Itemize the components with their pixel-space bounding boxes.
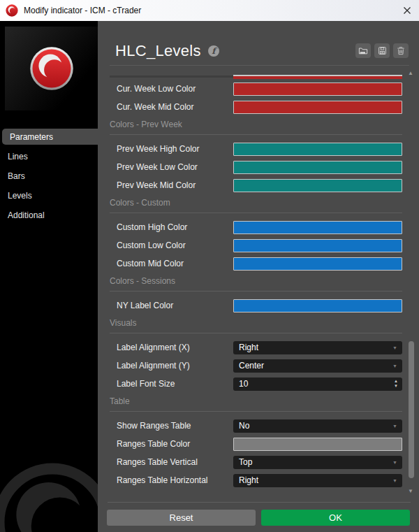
main-panel: HLC_Levels f <box>98 21 419 532</box>
ok-button[interactable]: OK <box>261 510 410 526</box>
reset-button[interactable]: Reset <box>107 510 256 526</box>
dropdown-value: Right <box>239 475 258 485</box>
section-title: Colors - Sessions <box>110 276 402 286</box>
section-visuals: Visuals <box>110 315 402 338</box>
param-label: Prev Week High Color <box>110 144 200 154</box>
label-alignment-y-dropdown[interactable]: Center ▼ <box>233 359 402 373</box>
param-label: Ranges Table Horizontal <box>110 475 208 485</box>
color-swatch[interactable] <box>233 239 402 252</box>
sidebar: Parameters Lines Bars Levels Additional <box>0 21 98 532</box>
section-colors-prev-week: Colors - Prev Week <box>110 116 402 140</box>
param-label: Prev Week Mid Color <box>110 180 196 190</box>
sidebar-item-additional[interactable]: Additional <box>0 207 98 223</box>
chevron-down-icon: ▼ <box>392 345 397 350</box>
dropdown-value: No <box>239 421 249 431</box>
param-row: Custom High Color <box>110 218 402 236</box>
color-swatch[interactable] <box>233 161 402 174</box>
color-swatch[interactable] <box>233 438 402 451</box>
sidebar-item-label: Bars <box>8 171 25 181</box>
sidebar-item-label: Additional <box>8 210 45 220</box>
footer: Reset OK <box>98 503 419 532</box>
stepper-up-icon[interactable]: ▲ <box>394 379 398 384</box>
section-divider <box>110 291 402 292</box>
param-row: Cur. Week Low Color <box>110 80 402 98</box>
ranges-table-horizontal-dropdown[interactable]: Right ▼ <box>233 474 402 487</box>
param-row: Custom Mid Color <box>110 254 402 273</box>
scroll-up-icon[interactable]: ▲ <box>408 70 413 76</box>
param-row: Label Font Size 10 ▲ ▼ <box>110 375 402 393</box>
label-alignment-x-dropdown[interactable]: Right ▼ <box>233 341 402 354</box>
folder-open-icon <box>358 46 368 55</box>
param-label: Cur. Week Mid Color <box>110 102 193 112</box>
param-row: Prev Week High Color <box>110 140 402 158</box>
delete-indicator-button[interactable] <box>393 43 409 58</box>
chevron-down-icon: ▼ <box>392 364 397 368</box>
stepper-value: 10 <box>239 379 248 389</box>
chevron-down-icon: ▼ <box>392 478 397 483</box>
dialog-body: Parameters Lines Bars Levels Additional … <box>0 21 419 532</box>
param-label: Ranges Table Vertical <box>110 457 198 467</box>
load-template-button[interactable] <box>355 43 371 58</box>
ctrader-watermark-icon <box>0 460 98 532</box>
indicator-logo <box>5 27 98 110</box>
param-label: Cur. Week Low Color <box>110 84 196 94</box>
param-row: Ranges Table Horizontal Right ▼ <box>110 471 402 489</box>
param-row: Ranges Table Color <box>110 435 402 453</box>
param-label: Prev Week Low Color <box>110 162 198 172</box>
param-row: Prev Week Mid Color <box>110 176 402 194</box>
sidebar-menu: Parameters Lines Bars Levels Additional <box>0 129 98 227</box>
color-swatch[interactable] <box>233 143 402 156</box>
show-ranges-table-dropdown[interactable]: No ▼ <box>233 419 402 433</box>
param-label: Label Alignment (Y) <box>110 361 190 371</box>
sidebar-item-parameters[interactable]: Parameters <box>2 129 98 145</box>
vertical-scrollbar[interactable]: ▲ ▼ <box>407 66 416 502</box>
indicator-header: HLC_Levels f <box>98 21 419 65</box>
color-swatch[interactable] <box>233 179 402 192</box>
section-title: Colors - Prev Week <box>110 120 402 129</box>
scroll-down-icon[interactable]: ▼ <box>408 488 413 494</box>
sidebar-item-levels[interactable]: Levels <box>0 187 98 203</box>
section-divider <box>110 411 402 412</box>
dropdown-value: Right <box>239 343 258 352</box>
param-label: NY Label Color <box>110 301 173 310</box>
param-label: Custom Low Color <box>110 240 186 250</box>
scrollbar-thumb[interactable] <box>409 341 414 478</box>
param-row: Show Ranges Table No ▼ <box>110 417 402 435</box>
color-swatch[interactable] <box>233 257 402 271</box>
section-divider <box>110 134 402 135</box>
param-row: Label Alignment (X) Right ▼ <box>110 338 402 357</box>
clipped-color-swatch <box>233 75 402 79</box>
ranges-table-vertical-dropdown[interactable]: Top ▼ <box>233 456 402 469</box>
section-title: Table <box>110 396 402 406</box>
param-row: Prev Week Low Color <box>110 158 402 176</box>
section-title: Visuals <box>110 318 402 328</box>
function-badge-icon: f <box>208 45 219 57</box>
sidebar-item-bars[interactable]: Bars <box>0 168 98 184</box>
clipped-row-remnant <box>110 66 402 80</box>
param-row: Cur. Week Mid Color <box>110 98 402 116</box>
param-row: NY Label Color <box>110 296 402 315</box>
color-swatch[interactable] <box>233 82 402 96</box>
section-divider <box>110 213 402 213</box>
color-swatch[interactable] <box>233 221 402 234</box>
stepper-down-icon[interactable]: ▼ <box>394 384 398 389</box>
trash-icon <box>397 46 405 55</box>
label-font-size-stepper[interactable]: 10 ▲ ▼ <box>233 378 402 391</box>
ctrader-logo-icon <box>6 4 18 17</box>
sidebar-item-lines[interactable]: Lines <box>0 148 98 164</box>
save-template-button[interactable] <box>374 43 390 58</box>
window-title: Modify indicator - ICM - cTrader <box>24 6 141 15</box>
chevron-down-icon: ▼ <box>392 460 397 465</box>
param-label: Custom Mid Color <box>110 259 184 268</box>
color-swatch[interactable] <box>233 101 402 114</box>
color-swatch[interactable] <box>233 299 402 312</box>
close-icon <box>403 6 411 15</box>
param-row: Custom Low Color <box>110 236 402 254</box>
stepper-arrows[interactable]: ▲ ▼ <box>394 379 398 389</box>
section-table: Table <box>110 393 402 417</box>
header-actions <box>355 43 409 58</box>
close-button[interactable] <box>395 0 419 21</box>
sidebar-item-label: Parameters <box>10 132 53 142</box>
section-title: Colors - Custom <box>110 198 402 208</box>
save-icon <box>378 46 387 55</box>
